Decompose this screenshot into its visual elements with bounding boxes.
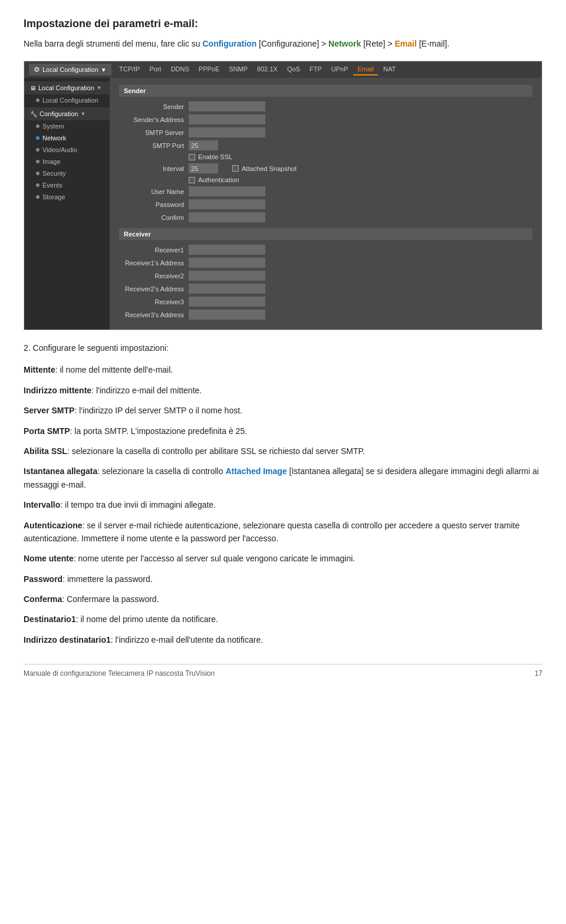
sidebar-item-storage[interactable]: Storage — [24, 191, 110, 203]
sidebar-item-local-config[interactable]: Local Configuration — [24, 94, 110, 106]
text-indirizzo-destinatario1: : l'indirizzo e-mail dell'utente da noti… — [111, 635, 263, 645]
interval-input[interactable]: 25 — [189, 163, 218, 173]
sender-label: Sender — [119, 103, 184, 110]
text-porta-smtp: : la porta SMTP. L'impostazione predefin… — [70, 426, 247, 436]
instruction-item-5: Istantanea allegata: selezionare la case… — [24, 465, 542, 491]
tab-email[interactable]: Email — [353, 64, 378, 75]
term-abilita-ssl: Abilita SSL — [24, 446, 67, 456]
username-input[interactable] — [189, 186, 265, 196]
sidebar-local-config-label: Local Configuration — [42, 97, 98, 104]
step1-email: Email — [394, 39, 416, 48]
text-conferma: : Confermare la password. — [62, 594, 159, 604]
instruction-item-12: Indirizzo destinatario1: l'indirizzo e-m… — [24, 633, 542, 646]
authentication-row: Authentication — [119, 176, 532, 183]
receiver1-input[interactable] — [189, 245, 265, 255]
instruction-item-4: Abilita SSL: selezionare la casella di c… — [24, 445, 542, 458]
authentication-checkbox[interactable] — [189, 177, 195, 183]
term-nome-utente: Nome utente — [24, 554, 74, 563]
term-server-smtp: Server SMTP — [24, 406, 74, 415]
tab-tcpip[interactable]: TCP/IP — [115, 64, 144, 75]
sender-row: Sender — [119, 101, 532, 111]
step2-intro: 2. Configurare le seguenti impostazioni: — [24, 343, 542, 353]
sender-input[interactable] — [189, 101, 265, 111]
sidebar-title-config[interactable]: 🔧 Configuration ▼ — [24, 107, 110, 120]
tab-snmp[interactable]: SNMP — [225, 64, 252, 75]
sidebar-item-video-audio[interactable]: Video/Audio — [24, 144, 110, 156]
receiver2-row: Receiver2 — [119, 271, 532, 281]
authentication-label: Authentication — [198, 176, 239, 183]
sidebar-title-local[interactable]: 🖥 Local Configuration ▼ — [24, 81, 110, 94]
receiver-section-header: Receiver — [119, 228, 532, 240]
receiver2-input[interactable] — [189, 271, 265, 281]
local-config-label: Local Configuration — [42, 66, 98, 73]
sidebar-item-system[interactable]: System — [24, 120, 110, 132]
sidebar-item-image[interactable]: Image — [24, 156, 110, 167]
right-panel: Sender Sender Sender's Address SMTP Serv… — [110, 78, 542, 330]
sidebar-section-local: 🖥 Local Configuration ▼ Local Configurat… — [24, 81, 110, 106]
sidebar-item-events[interactable]: Events — [24, 179, 110, 191]
term-mittente: Mittente — [24, 365, 55, 374]
sidebar-events-label: Events — [42, 182, 62, 189]
instruction-item-0: Mittente: il nome del mittente dell'e-ma… — [24, 363, 542, 376]
term-password: Password — [24, 574, 62, 584]
sidebar-item-security[interactable]: Security — [24, 167, 110, 179]
senders-address-input[interactable] — [189, 114, 265, 124]
receiver1-address-input[interactable] — [189, 258, 265, 268]
arrow-icon-config: ▼ — [80, 111, 85, 117]
sidebar-network-label: Network — [42, 134, 66, 142]
receiver2-label: Receiver2 — [119, 272, 184, 279]
interval-row: Interval 25 Attached Snapshot — [119, 163, 532, 173]
smtp-server-input[interactable] — [189, 127, 265, 137]
step1-network: Network — [328, 39, 361, 48]
screenshot: ⚙ Local Configuration ▼ TCP/IP Port DDNS… — [24, 61, 542, 330]
dropdown-arrow-icon: ▼ — [101, 67, 107, 73]
senders-address-row: Sender's Address — [119, 114, 532, 124]
local-config-nav[interactable]: ⚙ Local Configuration ▼ — [29, 64, 111, 75]
receiver2-address-row: Receiver2's Address — [119, 284, 532, 294]
password-input[interactable] — [189, 199, 265, 209]
sidebar-item-network[interactable]: Network — [24, 132, 110, 144]
text-nome-utente: : nome utente per l'accesso al server su… — [74, 554, 355, 563]
tab-port[interactable]: Port — [145, 64, 165, 75]
instruction-item-6: Intervallo: il tempo tra due invii di im… — [24, 498, 542, 511]
smtp-server-row: SMTP Server — [119, 127, 532, 137]
dot-icon — [36, 148, 40, 152]
attached-snapshot-checkbox[interactable] — [232, 165, 239, 172]
top-nav: ⚙ Local Configuration ▼ TCP/IP Port DDNS… — [24, 61, 542, 78]
tab-ftp[interactable]: FTP — [305, 64, 326, 75]
text-server-smtp: : l'indirizzo IP del server SMTP o il no… — [74, 406, 242, 415]
instruction-item-1: Indirizzo mittente: l'indirizzo e-mail d… — [24, 384, 542, 397]
sidebar-section-config: 🔧 Configuration ▼ System Network Video/A… — [24, 107, 110, 203]
instruction-item-7: Autenticazione: se il server e-mail rich… — [24, 519, 542, 545]
tab-upnp[interactable]: UPnP — [327, 64, 353, 75]
instruction-item-11: Destinatario1: il nome del primo utente … — [24, 613, 542, 626]
attached-snapshot-group: Attached Snapshot — [232, 165, 297, 172]
footer: Manuale di configurazione Telecamera IP … — [24, 664, 542, 678]
step1-middle1: [Configurazione] > — [256, 39, 328, 48]
step1-paragraph: Nella barra degli strumenti del menu, fa… — [24, 37, 542, 50]
instruction-item-9: Password: immettere la password. — [24, 573, 542, 586]
sidebar-security-label: Security — [42, 170, 66, 177]
receiver3-address-input[interactable] — [189, 310, 265, 320]
tab-8021x[interactable]: 802.1X — [253, 64, 282, 75]
tab-ddns[interactable]: DDNS — [167, 64, 193, 75]
receiver2-address-input[interactable] — [189, 284, 265, 294]
receiver3-label: Receiver3 — [119, 298, 184, 305]
arrow-icon-local: ▼ — [97, 85, 102, 91]
receiver3-input[interactable] — [189, 297, 265, 307]
term-destinatario1: Destinatario1 — [24, 614, 76, 624]
term-autenticazione: Autenticazione — [24, 521, 83, 530]
enable-ssl-checkbox[interactable] — [189, 154, 195, 160]
senders-address-label: Sender's Address — [119, 116, 184, 123]
dot-icon — [36, 183, 40, 187]
confirm-input[interactable] — [189, 212, 265, 222]
username-row: User Name — [119, 186, 532, 196]
sidebar-system-label: System — [42, 123, 64, 130]
tab-nat[interactable]: NAT — [379, 64, 400, 75]
tab-qos[interactable]: QoS — [283, 64, 304, 75]
smtp-port-label: SMTP Port — [119, 142, 184, 149]
tab-pppoe[interactable]: PPPoE — [195, 64, 223, 75]
sidebar-storage-label: Storage — [42, 193, 65, 200]
text-password: : immettere la password. — [62, 574, 153, 584]
smtp-port-input[interactable]: 25 — [189, 140, 218, 150]
